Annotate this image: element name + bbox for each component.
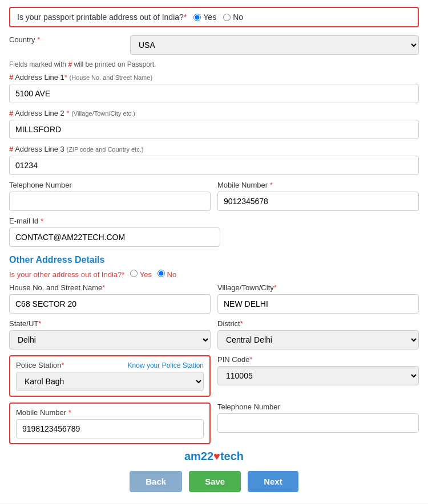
arrow-indicator xyxy=(425,30,428,70)
pin-code-select[interactable]: 110005 110001 110002 xyxy=(217,366,419,385)
mobile-label: Mobile Number * xyxy=(217,181,419,189)
passport-no-label: No xyxy=(233,13,243,22)
house-no-input[interactable] xyxy=(9,294,211,314)
know-police-station-link[interactable]: Know your Police Station xyxy=(128,361,204,369)
mobile2-tel2-row: Mobile Number * Telephone Number xyxy=(9,403,419,444)
passport-yes-label: Yes xyxy=(203,13,216,22)
address-line1-label: # Address Line 1* (House No. and Street … xyxy=(9,73,419,82)
telephone-input[interactable] xyxy=(9,192,211,211)
bottom-watermark: am22♥tech xyxy=(9,450,419,463)
state-select[interactable]: Delhi Maharashtra Karnataka Tamil Nadu xyxy=(9,330,211,349)
mobile2-input[interactable] xyxy=(16,419,204,438)
passport-no-option[interactable]: No xyxy=(223,13,243,22)
address-line2-group: # Address Line 2 * (Village/Town/City et… xyxy=(9,109,419,139)
watermark-text2: tech xyxy=(220,450,244,462)
pin-code-label: PIN Code* xyxy=(217,355,419,364)
police-station-label: Police Station* xyxy=(16,361,64,369)
mobile2-group: Mobile Number * xyxy=(9,403,211,444)
address-line1-group: # Address Line 1* (House No. and Street … xyxy=(9,73,419,103)
watermark-text1: am22 xyxy=(184,450,213,462)
passport-no-radio[interactable] xyxy=(223,14,231,21)
passport-yes-option[interactable]: Yes xyxy=(193,13,216,22)
house-no-label: House No. and Street Name* xyxy=(9,283,211,292)
other-no-radio[interactable] xyxy=(158,270,165,277)
police-station-col: Police Station* Know your Police Station… xyxy=(9,355,211,397)
police-station-header: Police Station* Know your Police Station xyxy=(16,361,204,369)
village-town-label: Village/Town/City* xyxy=(217,283,419,292)
tel-mobile-row: Telephone Number Mobile Number * xyxy=(9,181,419,211)
address-line3-row: # Address Line 3 (ZIP code and Country e… xyxy=(9,145,419,175)
village-town-group: Village/Town/City* xyxy=(217,283,419,314)
district-group: District* Central Delhi North Delhi Sout… xyxy=(217,319,419,349)
address-line2-input[interactable] xyxy=(9,120,419,139)
fields-note: Fields marked with # will be printed on … xyxy=(9,60,419,68)
police-station-select[interactable]: Karol Bagh Connaught Place Sadar Bazar xyxy=(16,372,204,391)
other-address-title: Other Address Details xyxy=(9,255,419,265)
email-input[interactable] xyxy=(9,227,220,247)
house-no-group: House No. and Street Name* xyxy=(9,283,211,314)
tel2-input[interactable] xyxy=(217,413,419,433)
village-town-input[interactable] xyxy=(217,294,419,314)
email-group: E-mail Id * xyxy=(9,217,220,247)
other-no-label: No xyxy=(167,270,177,279)
country-label-group: Country * xyxy=(9,35,123,44)
address-line1-input[interactable] xyxy=(9,84,419,103)
district-label: District* xyxy=(217,319,419,328)
other-address-question: Is your other address out of India?* Yes… xyxy=(9,270,419,279)
mobile2-col: Mobile Number * xyxy=(9,403,211,444)
other-yes-radio[interactable] xyxy=(130,270,138,277)
address-line1-row: # Address Line 1* (House No. and Street … xyxy=(9,73,419,103)
house-village-row: House No. and Street Name* Village/Town/… xyxy=(9,283,419,314)
heart-icon: ♥ xyxy=(213,450,220,462)
address-line2-row: # Address Line 2 * (Village/Town/City et… xyxy=(9,109,419,139)
police-station-group: Police Station* Know your Police Station… xyxy=(9,355,211,397)
country-field-group: USA India UK Canada Australia xyxy=(130,35,419,55)
country-select[interactable]: USA India UK Canada Australia xyxy=(130,35,419,55)
passport-question-radio-group: Yes No xyxy=(193,13,243,22)
address-line3-group: # Address Line 3 (ZIP code and Country e… xyxy=(9,145,419,175)
state-label: State/UT* xyxy=(9,319,211,328)
passport-yes-radio[interactable] xyxy=(193,14,201,21)
save-button[interactable]: Save xyxy=(189,471,241,492)
button-row: Back Save Next xyxy=(9,471,419,492)
district-select[interactable]: Central Delhi North Delhi South Delhi Ea… xyxy=(217,330,419,349)
other-yes-option[interactable]: Yes xyxy=(130,270,152,279)
telephone-label: Telephone Number xyxy=(9,181,211,189)
address-line3-input[interactable] xyxy=(9,156,419,175)
telephone-group: Telephone Number xyxy=(9,181,211,211)
tel2-label: Telephone Number xyxy=(217,403,419,411)
country-row: Country * USA India UK Canada Australia xyxy=(9,35,419,55)
mobile-group: Mobile Number * xyxy=(217,181,419,211)
email-row: E-mail Id * xyxy=(9,217,419,247)
tel2-col: Telephone Number xyxy=(217,403,419,433)
country-label: Country * xyxy=(9,35,123,44)
next-button[interactable]: Next xyxy=(248,471,298,492)
other-yes-label: Yes xyxy=(140,270,152,279)
mobile2-label: Mobile Number * xyxy=(16,408,204,417)
passport-question-label: Is your passport printable address out o… xyxy=(17,13,187,22)
mobile-input[interactable] xyxy=(217,192,419,211)
email-label: E-mail Id * xyxy=(9,217,220,225)
pin-code-col: PIN Code* 110005 110001 110002 xyxy=(217,355,419,385)
state-district-row: State/UT* Delhi Maharashtra Karnataka Ta… xyxy=(9,319,419,349)
passport-question-box: Is your passport printable address out o… xyxy=(9,7,419,27)
address-line3-label: # Address Line 3 (ZIP code and Country e… xyxy=(9,145,419,153)
other-no-option[interactable]: No xyxy=(158,270,176,279)
state-group: State/UT* Delhi Maharashtra Karnataka Ta… xyxy=(9,319,211,349)
address-line2-label: # Address Line 2 * (Village/Town/City et… xyxy=(9,109,419,117)
police-pin-row: Police Station* Know your Police Station… xyxy=(9,355,419,397)
back-button[interactable]: Back xyxy=(130,471,182,492)
other-address-question-label: Is your other address out of India?* xyxy=(9,270,124,279)
